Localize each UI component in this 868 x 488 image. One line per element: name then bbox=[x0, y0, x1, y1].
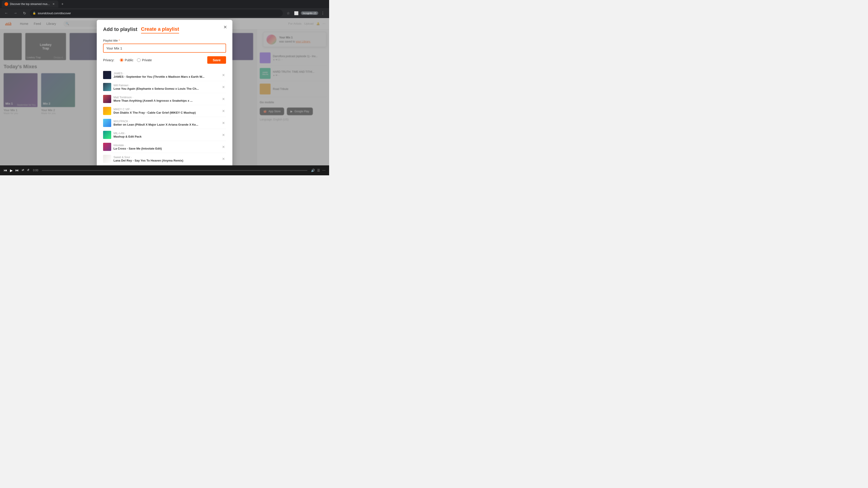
track-thumb-2 bbox=[103, 83, 111, 91]
track-thumb-1 bbox=[103, 71, 111, 79]
address-bar-row: ← → ↻ 🔒 soundcloud.com/discover ☆ ⬜ Inco… bbox=[0, 8, 329, 18]
public-radio-input[interactable] bbox=[120, 58, 123, 62]
track-name-6: Mashup & Edit Pack bbox=[114, 135, 218, 138]
volume-icon[interactable]: 🔊 bbox=[311, 168, 315, 172]
player-progress-bar[interactable] bbox=[42, 170, 307, 171]
track-info-1: JAMES - JAMES - September for You (Throt… bbox=[114, 72, 218, 78]
active-tab[interactable]: Discover the top streamed mus... ✕ bbox=[2, 0, 58, 8]
new-tab-button[interactable]: + bbox=[59, 1, 66, 7]
track-remove-button-8[interactable]: ✕ bbox=[221, 156, 226, 162]
track-item-2: Will Palmieri - Lose You Again (Elephant… bbox=[103, 81, 226, 93]
track-thumb-6 bbox=[103, 131, 111, 139]
playlist-title-input[interactable] bbox=[103, 43, 226, 53]
track-artist-2: Will Palmieri - bbox=[114, 84, 218, 87]
track-artist-7: Intoolate - bbox=[114, 144, 218, 147]
address-bar[interactable]: 🔒 soundcloud.com/discover bbox=[30, 9, 283, 17]
private-radio-label[interactable]: Private bbox=[137, 58, 152, 62]
track-item-8: Sweet & Sour - Lana Del Rey - Say Yes To… bbox=[103, 153, 226, 165]
track-artist-3: Matt Tomlinson - bbox=[114, 96, 218, 99]
page-content: Home Feed Library 🔍 For Artists Upload 🔔… bbox=[0, 18, 329, 175]
back-button[interactable]: ← bbox=[3, 9, 10, 17]
track-name-4: Don Diablo X The Fray - Cable Car Grief … bbox=[114, 111, 218, 114]
track-info-7: Intoolate - La Cross - Save Me (Intoolat… bbox=[114, 144, 218, 150]
forward-button[interactable]: → bbox=[12, 9, 19, 17]
tab-title: Discover the top streamed mus... bbox=[10, 2, 50, 6]
track-remove-button-6[interactable]: ✕ bbox=[221, 132, 226, 138]
privacy-row: Privacy: Public Private Save bbox=[103, 56, 226, 64]
create-playlist-tab[interactable]: Create a playlist bbox=[141, 26, 179, 33]
track-item-7: Intoolate - La Cross - Save Me (Intoolat… bbox=[103, 141, 226, 153]
track-thumb-5 bbox=[103, 119, 111, 127]
skip-forward-icon[interactable]: ⏭ bbox=[16, 168, 19, 173]
reload-button[interactable]: ↻ bbox=[21, 9, 28, 17]
track-name-3: More Than Anything (Axwell Λ Ingrosso x … bbox=[114, 99, 218, 102]
url-text: soundcloud.com/discover bbox=[38, 11, 71, 15]
queue-icon[interactable]: ☰ bbox=[317, 168, 320, 172]
track-remove-button-3[interactable]: ✕ bbox=[221, 96, 226, 102]
public-label: Public bbox=[125, 58, 133, 62]
track-remove-button-7[interactable]: ✕ bbox=[221, 144, 226, 150]
track-name-1: JAMES - September for You (Throttle x Ma… bbox=[114, 75, 218, 78]
more-icon[interactable]: ⋯ bbox=[322, 168, 326, 172]
track-artist-5: WVLFPACK - bbox=[114, 120, 218, 123]
track-name-5: Better on Lean (Pitbull X Major Lazer X … bbox=[114, 123, 218, 126]
track-artist-6: MIL-I-AN - bbox=[114, 132, 218, 135]
player-controls: ⏮ ▶ ⏭ ⇄ ↺ bbox=[4, 168, 29, 173]
privacy-label: Privacy: bbox=[103, 58, 114, 62]
track-remove-button-1[interactable]: ✕ bbox=[221, 72, 226, 78]
tab-favicon bbox=[4, 2, 8, 6]
add-to-playlist-tab[interactable]: Add to playlist bbox=[103, 26, 137, 33]
private-label: Private bbox=[142, 58, 152, 62]
track-info-5: WVLFPACK - Better on Lean (Pitbull X Maj… bbox=[114, 120, 218, 126]
track-remove-button-4[interactable]: ✕ bbox=[221, 108, 226, 113]
add-to-playlist-modal: ✕ Add to playlist Create a playlist Play… bbox=[97, 20, 232, 173]
track-info-2: Will Palmieri - Lose You Again (Elephant… bbox=[114, 84, 218, 90]
player-bar: ⏮ ▶ ⏭ ⇄ ↺ 0:00 🔊 ☰ ⋯ bbox=[0, 165, 329, 175]
track-artist-8: Sweet & Sour - bbox=[114, 156, 218, 159]
required-indicator: * bbox=[119, 39, 120, 42]
track-item-5: WVLFPACK - Better on Lean (Pitbull X Maj… bbox=[103, 117, 226, 129]
toolbar-icons: ☆ ⬜ Incognito (2) ⋮ bbox=[285, 9, 327, 17]
track-list: JAMES - JAMES - September for You (Throt… bbox=[103, 69, 226, 173]
track-thumb-4 bbox=[103, 107, 111, 115]
play-icon[interactable]: ▶ bbox=[10, 168, 13, 173]
save-button[interactable]: Save bbox=[207, 56, 226, 64]
playlist-title-text: Playlist title bbox=[103, 39, 118, 42]
private-radio-input[interactable] bbox=[137, 58, 141, 62]
track-remove-button-2[interactable]: ✕ bbox=[221, 84, 226, 90]
track-remove-button-5[interactable]: ✕ bbox=[221, 120, 226, 126]
player-right-icons: 🔊 ☰ ⋯ bbox=[311, 168, 326, 172]
repeat-icon[interactable]: ↺ bbox=[27, 168, 29, 173]
modal-header: Add to playlist Create a playlist bbox=[103, 26, 226, 33]
track-info-3: Matt Tomlinson - More Than Anything (Axw… bbox=[114, 96, 218, 102]
shuffle-icon[interactable]: ⇄ bbox=[22, 168, 24, 173]
track-thumb-7 bbox=[103, 143, 111, 151]
public-radio-label[interactable]: Public bbox=[120, 58, 133, 62]
track-name-7: La Cross - Save Me (Intoolate Edit) bbox=[114, 147, 218, 150]
bookmark-button[interactable]: ☆ bbox=[285, 9, 292, 17]
track-item-1: JAMES - JAMES - September for You (Throt… bbox=[103, 69, 226, 81]
track-info-4: MIKEY C VIP - Don Diablo X The Fray - Ca… bbox=[114, 108, 218, 114]
menu-button[interactable]: ⋮ bbox=[319, 9, 327, 17]
tab-close-button[interactable]: ✕ bbox=[52, 2, 56, 6]
track-thumb-8 bbox=[103, 155, 111, 163]
track-artist-4: MIKEY C VIP - bbox=[114, 108, 218, 111]
track-name-8: Lana Del Rey - Say Yes To Heaven (Anyma … bbox=[114, 159, 218, 162]
tab-bar: Discover the top streamed mus... ✕ + bbox=[0, 0, 329, 8]
track-artist-1: JAMES - bbox=[114, 72, 218, 75]
modal-overlay: ✕ Add to playlist Create a playlist Play… bbox=[0, 18, 329, 175]
track-name-2: Lose You Again (Elephante x Selena Gomez… bbox=[114, 87, 218, 90]
track-item-4: MIKEY C VIP - Don Diablo X The Fray - Ca… bbox=[103, 105, 226, 117]
profile-button[interactable]: ⬜ bbox=[293, 9, 300, 17]
track-thumb-3 bbox=[103, 95, 111, 103]
track-item-6: MIL-I-AN - Mashup & Edit Pack ✕ bbox=[103, 129, 226, 141]
playlist-title-label: Playlist title * bbox=[103, 39, 226, 42]
incognito-badge: Incognito (2) bbox=[301, 11, 318, 15]
track-item-3: Matt Tomlinson - More Than Anything (Axw… bbox=[103, 93, 226, 105]
track-info-6: MIL-I-AN - Mashup & Edit Pack bbox=[114, 132, 218, 138]
skip-back-icon[interactable]: ⏮ bbox=[4, 168, 7, 173]
modal-close-button[interactable]: ✕ bbox=[221, 24, 229, 31]
track-info-8: Sweet & Sour - Lana Del Rey - Say Yes To… bbox=[114, 156, 218, 162]
player-time: 0:00 bbox=[33, 169, 38, 172]
